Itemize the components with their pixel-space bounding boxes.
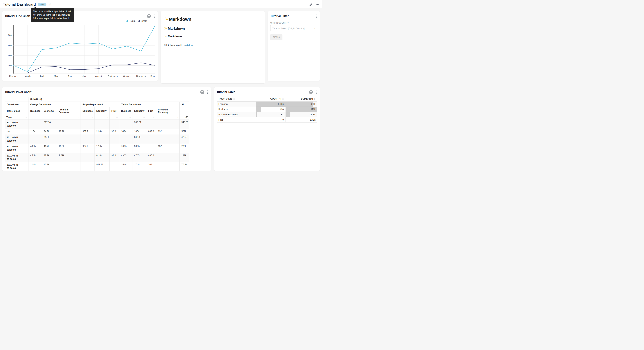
select-placeholder: Type or Select [Origin Country] xyxy=(272,27,304,30)
sort-icon[interactable]: ↓↑ xyxy=(153,116,154,118)
pivot-cell: 217.14 xyxy=(42,120,57,129)
pivot-cell xyxy=(146,134,156,144)
draft-status-badge[interactable]: Draft xyxy=(38,3,46,6)
svg-text:February: February xyxy=(9,75,18,77)
cell-bar xyxy=(286,102,313,107)
pivot-row-label: All xyxy=(5,129,28,135)
department-header: Purple Department xyxy=(81,102,119,107)
table-header-row: Travel ClassCOUNT(*)SUM(Cost) xyxy=(216,96,317,101)
count-cell: 61 xyxy=(256,112,286,117)
more-menu-button[interactable] xyxy=(316,3,319,6)
legend-item[interactable]: Single xyxy=(138,20,147,22)
pivot-class-row: Travel ClassBusinessEconomyPremium Econo… xyxy=(5,107,189,115)
pivot-cell: 927.77 xyxy=(94,162,110,171)
line-chart-card: Tutorial Line Chart ReturnSingle 2004006… xyxy=(2,11,158,81)
table-card: Tutorial Table Travel ClassCOUNT(*)SUM(C… xyxy=(214,87,320,171)
pivot-cell: 15.2k xyxy=(42,162,57,171)
pivot-cell xyxy=(110,144,119,153)
department-header: Yellow Department xyxy=(119,102,180,107)
svg-text:May: May xyxy=(54,75,58,77)
filter-indicator-icon[interactable] xyxy=(200,90,204,94)
department-header: All xyxy=(180,102,189,107)
pivot-cell xyxy=(28,134,42,144)
chart-kebab-menu-icon[interactable] xyxy=(315,90,317,94)
column-header[interactable]: COUNT(*) xyxy=(256,96,286,101)
pivot-row-label: 2011-04-01 00:00:00 xyxy=(5,162,28,171)
column-header[interactable]: SUM(Cost) xyxy=(286,96,317,101)
pivot-cell xyxy=(81,120,94,129)
sort-icon[interactable]: ↓↑ xyxy=(129,116,131,118)
pivot-chart-title: Tutorial Pivot Chart xyxy=(5,90,32,94)
pivot-cell xyxy=(119,134,132,144)
sort-icon[interactable]: ↓↑ xyxy=(54,116,55,118)
pivot-chart-card: Tutorial Pivot Chart SUM(Cost)Department… xyxy=(2,87,211,171)
filter-kebab-menu-icon[interactable] xyxy=(315,14,317,18)
sort-icon[interactable]: ↓↑ xyxy=(25,116,27,118)
sort-icon[interactable]: ↓↑ xyxy=(176,116,178,118)
pivot-cell: 937.2 xyxy=(81,144,94,153)
sort-icon[interactable]: ↓↑ xyxy=(106,116,108,118)
pivot-cell: 92.6 xyxy=(110,153,119,162)
edit-dashboard-button[interactable] xyxy=(309,2,313,6)
cell-bar xyxy=(256,112,257,117)
pivot-cell xyxy=(156,162,180,171)
line-chart-title: Tutorial Line Chart xyxy=(5,14,30,18)
pivot-row: 2011-02-01 00:00:0081.52343.98425.5 xyxy=(5,134,189,144)
sort-icon[interactable]: ↓↑ xyxy=(116,116,118,118)
pivot-cell: 106k xyxy=(132,129,146,135)
svg-text:March: March xyxy=(25,75,30,77)
travel-class-cell: First xyxy=(216,117,256,122)
pivot-cell xyxy=(81,162,94,171)
pivot-row: 2011-03-01 00:00:00217.14332.21549.35 xyxy=(5,120,189,129)
pivot-cell: 937.2 xyxy=(81,129,94,135)
pivot-cell: 12.3k xyxy=(94,144,110,153)
count-cell: 420 xyxy=(256,107,286,112)
pivot-row-label: 2011-02-01 00:00:00 xyxy=(5,134,28,144)
pivot-cell: 16.5k xyxy=(57,144,81,153)
sort-icon[interactable]: ↓↑ xyxy=(39,116,40,118)
line-chart: 200400600800FebruaryMarchAprilMayJuneJul… xyxy=(5,24,155,78)
travel-class-header xyxy=(180,107,189,115)
cell-bar xyxy=(286,117,286,122)
ellipsis-icon xyxy=(316,3,319,6)
chart-kebab-menu-icon[interactable] xyxy=(206,90,208,94)
svg-text:April: April xyxy=(40,75,44,77)
pivot-cell xyxy=(81,134,94,144)
sort-icon-active[interactable]: ↓ xyxy=(185,116,188,118)
pivot-cell xyxy=(156,120,180,129)
column-header[interactable]: Travel Class xyxy=(216,96,256,101)
pivot-cell: 45.5k xyxy=(28,153,42,162)
pivot-cell: 669.6 xyxy=(146,129,156,135)
pivot-cell: 70.9k xyxy=(180,162,189,171)
metric-header: SUM(Cost) xyxy=(28,97,189,102)
apply-button[interactable]: APPLY xyxy=(270,34,282,40)
sort-caret-icon xyxy=(282,98,284,100)
pivot-cell xyxy=(146,144,156,153)
table-row: Economy2.46k602k xyxy=(216,101,317,107)
edit-markdown-link[interactable]: markdown xyxy=(183,44,194,46)
favorite-star-icon[interactable]: ☆ xyxy=(48,2,52,6)
table-row: First91.71k xyxy=(216,117,317,122)
filter-indicator-icon[interactable] xyxy=(147,14,151,18)
svg-text:July: July xyxy=(82,75,86,77)
chart-kebab-menu-icon[interactable] xyxy=(153,14,155,18)
sort-icon[interactable]: ↓↑ xyxy=(78,116,79,118)
origin-country-select[interactable]: Type or Select [Origin Country] ▾ xyxy=(270,25,317,31)
pivot-cell: 49.9k xyxy=(28,144,42,153)
sum-cell: 602k xyxy=(286,101,317,107)
travel-class-cell: Economy xyxy=(216,101,256,107)
table-row: Business420696k xyxy=(216,107,317,112)
pivot-cell: 117k xyxy=(28,129,42,135)
pivot-cell: 343.98 xyxy=(132,134,146,144)
legend-item[interactable]: Return xyxy=(126,20,136,22)
travel-class-header: Economy xyxy=(42,107,57,115)
filter-indicator-icon[interactable] xyxy=(309,90,313,94)
pivot-row: 2011-04-01 00:00:0021.4k15.2k927.7715.9k… xyxy=(5,162,189,171)
pivot-cell xyxy=(119,120,132,129)
sort-icon[interactable]: ↓↑ xyxy=(91,116,93,118)
sort-icon[interactable]: ↓↑ xyxy=(143,116,145,118)
travel-class-header: Premium Economy xyxy=(156,107,180,115)
sum-cell: 99.8k xyxy=(286,112,317,117)
pivot-cell: 238k xyxy=(180,144,189,153)
cell-bar xyxy=(286,112,290,117)
